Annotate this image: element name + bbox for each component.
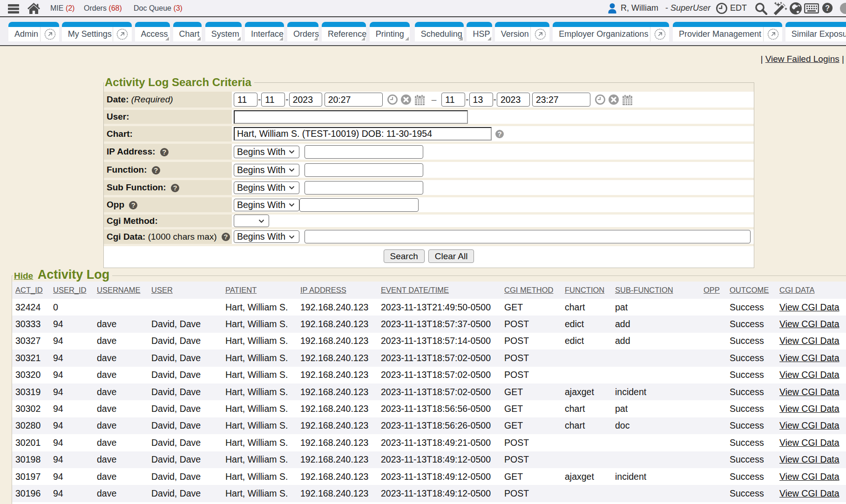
svg-text:?: ? <box>825 4 830 13</box>
